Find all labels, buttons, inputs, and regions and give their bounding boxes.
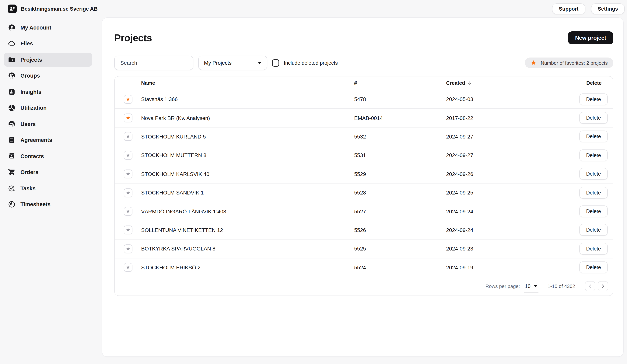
sidebar-item-users[interactable]: Users [4, 117, 92, 131]
include-deleted-checkbox[interactable] [272, 59, 279, 66]
delete-cell: Delete [579, 187, 613, 199]
sidebar-item-label: Orders [20, 169, 38, 175]
star-icon [125, 97, 130, 102]
delete-cell: Delete [579, 93, 613, 105]
pie-chart-icon [8, 104, 15, 112]
favorite-toggle-button[interactable] [124, 244, 132, 253]
project-created-date: 2024-09-23 [446, 246, 552, 252]
favorite-toggle-button[interactable] [124, 226, 132, 234]
sidebar-item-projects[interactable]: Projects [4, 52, 92, 67]
new-project-button[interactable]: New project [568, 31, 613, 44]
content-card: Projects New project My Projects Include… [102, 18, 623, 357]
project-number: 5526 [354, 227, 446, 233]
contact-card-icon [8, 152, 15, 160]
delete-button[interactable]: Delete [579, 93, 608, 105]
table-row[interactable]: SOLLENTUNA VINETIKETTEN 12 5526 2024-09-… [115, 221, 613, 240]
document-lines-icon [8, 136, 15, 144]
favorite-cell [115, 263, 141, 272]
delete-button[interactable]: Delete [579, 131, 608, 143]
include-deleted-option[interactable]: Include deleted projects [272, 59, 338, 66]
favorite-cell [115, 95, 141, 104]
sort-descending-icon [468, 81, 472, 86]
sidebar-item-orders[interactable]: Orders [4, 165, 92, 179]
star-icon [125, 190, 130, 195]
table-row[interactable]: Nova Park BR (Kv. Analysen) EMAB-0014 20… [115, 109, 613, 128]
sidebar-item-timesheets[interactable]: Timesheets [4, 197, 92, 211]
sidebar-item-groups[interactable]: Groups [4, 69, 92, 83]
project-name: BOTKYRKA SPARVUGGLAN 8 [141, 246, 354, 252]
number-column-header[interactable]: # [354, 80, 446, 86]
table-row[interactable]: STOCKHOLM MUTTERN 8 5531 2024-09-27 Dele… [115, 146, 613, 165]
favorite-toggle-button[interactable] [124, 263, 132, 272]
created-column-header[interactable]: Created [446, 80, 552, 86]
delete-button[interactable]: Delete [579, 112, 608, 124]
favorite-toggle-button[interactable] [124, 207, 132, 216]
table-row[interactable]: STOCKHOLM SANDVIK 1 5528 2024-09-25 Dele… [115, 184, 613, 202]
project-name: STOCKHOLM KARLSVIK 40 [141, 171, 354, 177]
sidebar: My Account Files Projects Groups Insight… [0, 17, 96, 216]
cloud-icon [8, 40, 15, 47]
delete-button[interactable]: Delete [579, 224, 608, 236]
delete-cell: Delete [579, 112, 613, 124]
sidebar-item-label: Files [20, 41, 33, 47]
sidebar-item-utilization[interactable]: Utilization [4, 101, 92, 115]
delete-column-header: Delete [586, 80, 613, 86]
project-number: 5529 [354, 171, 446, 177]
project-number: 5525 [354, 246, 446, 252]
favorite-toggle-button[interactable] [124, 95, 132, 104]
favorite-toggle-button[interactable] [124, 132, 132, 141]
star-icon [125, 115, 130, 120]
delete-cell: Delete [579, 150, 613, 161]
rows-per-page-select[interactable]: 10 [525, 283, 537, 289]
settings-button[interactable]: Settings [591, 3, 625, 14]
project-name: STOCKHOLM MUTTERN 8 [141, 152, 354, 158]
project-name: STOCKHOLM ERIKSÖ 2 [141, 264, 354, 270]
favorite-toggle-button[interactable] [124, 188, 132, 197]
delete-button[interactable]: Delete [579, 243, 608, 255]
favorite-toggle-button[interactable] [124, 170, 132, 178]
sidebar-item-label: Insights [20, 89, 42, 95]
previous-page-button[interactable] [585, 281, 595, 291]
table-row[interactable]: VÄRMDÖ INGARÖ-LÅNGVIK 1:403 5527 2024-09… [115, 202, 613, 221]
delete-button[interactable]: Delete [579, 168, 608, 180]
bar-chart-icon [8, 88, 15, 96]
project-number: EMAB-0014 [354, 115, 446, 121]
delete-button[interactable]: Delete [579, 150, 608, 161]
project-name: STOCKHOLM SANDVIK 1 [141, 190, 354, 196]
sidebar-item-my-account[interactable]: My Account [4, 20, 92, 34]
filter-bar: My Projects Include deleted projects Num… [102, 44, 623, 70]
project-number: 5527 [354, 208, 446, 214]
table-body: Stavsnäs 1:366 5478 2024-05-03 Delete No… [115, 90, 613, 277]
delete-button[interactable]: Delete [579, 206, 608, 217]
sidebar-item-tasks[interactable]: Tasks [4, 181, 92, 195]
folder-star-icon [8, 56, 15, 63]
project-filter-select[interactable]: My Projects [198, 56, 267, 70]
delete-cell: Delete [579, 243, 613, 255]
next-page-button[interactable] [598, 281, 608, 291]
favorite-cell [115, 244, 141, 253]
star-icon [530, 60, 537, 66]
rows-per-page-label: Rows per page: [485, 283, 520, 289]
support-button[interactable]: Support [552, 3, 585, 14]
sidebar-item-agreements[interactable]: Agreements [4, 133, 92, 147]
name-column-header[interactable]: Name [141, 80, 354, 86]
table-row[interactable]: STOCKHOLM ERIKSÖ 2 5524 2024-09-19 Delet… [115, 258, 613, 277]
table-row[interactable]: Stavsnäs 1:366 5478 2024-05-03 Delete [115, 90, 613, 109]
project-created-date: 2024-09-27 [446, 134, 552, 140]
delete-cell: Delete [579, 261, 613, 273]
table-row[interactable]: STOCKHOLM KARLSVIK 40 5529 2024-09-26 De… [115, 165, 613, 184]
sidebar-item-files[interactable]: Files [4, 37, 92, 51]
favorite-toggle-button[interactable] [124, 151, 132, 160]
search-input[interactable] [115, 60, 193, 66]
project-created-date: 2017-08-22 [446, 115, 552, 121]
shopping-cart-icon [8, 168, 15, 176]
sidebar-item-insights[interactable]: Insights [4, 85, 92, 99]
project-created-date: 2024-09-27 [446, 152, 552, 158]
brand: Besiktningsman.se Sverige AB [8, 4, 98, 13]
delete-button[interactable]: Delete [579, 261, 608, 273]
table-row[interactable]: BOTKYRKA SPARVUGGLAN 8 5525 2024-09-23 D… [115, 240, 613, 258]
sidebar-item-contacts[interactable]: Contacts [4, 149, 92, 163]
favorite-toggle-button[interactable] [124, 113, 132, 122]
delete-button[interactable]: Delete [579, 187, 608, 199]
table-row[interactable]: STOCKHOLM KURLAND 5 5532 2024-09-27 Dele… [115, 128, 613, 146]
